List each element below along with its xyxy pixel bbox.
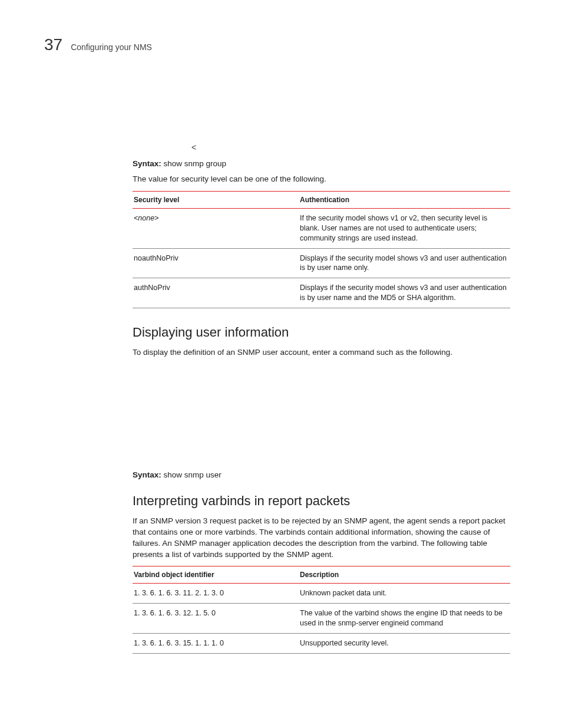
syntax-command: show snmp user — [164, 470, 222, 479]
displaying-user-para: To display the definition of an SNMP use… — [133, 347, 510, 358]
security-level-table: Security level Authentication <none> If … — [133, 191, 510, 308]
cell-level: noauthNoPriv — [133, 248, 299, 278]
table-row: 1. 3. 6. 1. 6. 3. 11. 2. 1. 3. 0 Unknown… — [133, 584, 510, 604]
varbind-table: Varbind object identifier Description 1.… — [133, 566, 510, 654]
cell-auth: Displays if the security model shows v3 … — [299, 248, 510, 278]
table-row: 1. 3. 6. 1. 6. 3. 15. 1. 1. 1. 0 Unsuppo… — [133, 634, 510, 654]
page: 37 Configuring your NMS < Syntax: show s… — [0, 0, 562, 706]
heading-displaying-user-info: Displaying user information — [133, 325, 510, 340]
page-header: 37 Configuring your NMS — [44, 35, 510, 54]
cell-desc: Unsupported security level. — [299, 634, 510, 654]
table-row: <none> If the security model shows v1 or… — [133, 208, 510, 248]
col-description: Description — [299, 566, 510, 584]
table-header-row: Security level Authentication — [133, 191, 510, 208]
page-number: 37 — [44, 35, 62, 54]
running-title: Configuring your NMS — [71, 42, 152, 52]
syntax-line-group: Syntax: show snmp group — [133, 159, 510, 168]
spacer — [133, 364, 510, 470]
varbinds-para: If an SNMP version 3 request packet is t… — [133, 516, 510, 561]
cell-desc: Unknown packet data unit. — [299, 584, 510, 604]
cell-oid: 1. 3. 6. 1. 6. 3. 15. 1. 1. 1. 0 — [133, 634, 299, 654]
security-intro: The value for security level can be one … — [133, 174, 510, 185]
table-row: authNoPriv Displays if the security mode… — [133, 278, 510, 308]
col-security-level: Security level — [133, 191, 299, 208]
cell-desc: The value of the varbind shows the engin… — [299, 604, 510, 634]
cell-level: authNoPriv — [133, 278, 299, 308]
cell-oid: 1. 3. 6. 1. 6. 3. 12. 1. 5. 0 — [133, 604, 299, 634]
syntax-label: Syntax: — [133, 159, 161, 168]
table-header-row: Varbind object identifier Description — [133, 566, 510, 584]
syntax-command: show snmp group — [164, 159, 227, 168]
content-area: < Syntax: show snmp group The value for … — [133, 143, 510, 654]
cell-level: <none> — [133, 208, 299, 248]
table-row: 1. 3. 6. 1. 6. 3. 12. 1. 5. 0 The value … — [133, 604, 510, 634]
angle-bracket: < — [191, 143, 510, 152]
table-row: noauthNoPriv Displays if the security mo… — [133, 248, 510, 278]
syntax-line-user: Syntax: show snmp user — [133, 470, 510, 479]
cell-auth: Displays if the security model shows v3 … — [299, 278, 510, 308]
col-varbind-oid: Varbind object identifier — [133, 566, 299, 584]
col-authentication: Authentication — [299, 191, 510, 208]
syntax-label: Syntax: — [133, 470, 161, 479]
cell-oid: 1. 3. 6. 1. 6. 3. 11. 2. 1. 3. 0 — [133, 584, 299, 604]
heading-interpreting-varbinds: Interpreting varbinds in report packets — [133, 493, 510, 509]
cell-auth: If the security model shows v1 or v2, th… — [299, 208, 510, 248]
